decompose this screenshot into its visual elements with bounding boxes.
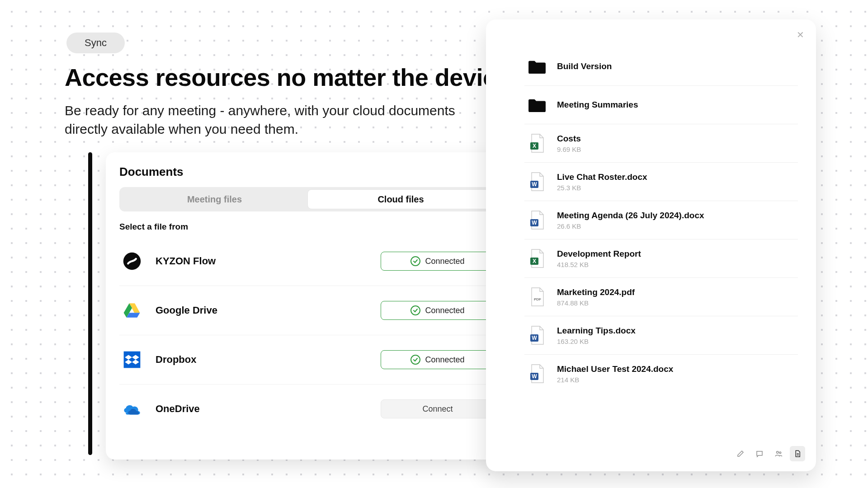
documents-title: Documents [119, 165, 496, 179]
provider-name: KYZON Flow [156, 255, 216, 267]
check-icon [410, 305, 420, 315]
check-icon [410, 256, 420, 266]
file-row[interactable]: Development Report418.52 KB [524, 239, 798, 278]
chat-icon[interactable] [752, 446, 767, 461]
file-name: Live Chat Roster.docx [557, 172, 647, 182]
edit-icon[interactable] [733, 446, 748, 461]
onedrive-icon [121, 398, 143, 420]
file-row[interactable]: Live Chat Roster.docx25.3 KB [524, 163, 798, 201]
file-name: Development Report [557, 249, 641, 259]
docx-file-icon [527, 172, 547, 192]
people-icon[interactable] [771, 446, 786, 461]
provider-name: Dropbox [156, 354, 196, 366]
tab-cloud-files[interactable]: Cloud files [307, 189, 494, 209]
file-size: 163.20 KB [557, 338, 636, 345]
file-row[interactable]: Build Version [524, 47, 798, 86]
file-name: Learning Tips.docx [557, 326, 636, 336]
file-row[interactable]: Learning Tips.docx163.20 KB [524, 316, 798, 355]
google-drive-icon [121, 300, 143, 321]
provider-name: OneDrive [156, 403, 200, 415]
svg-point-3 [779, 452, 781, 454]
provider-row-dropbox[interactable]: Dropbox Connected [119, 335, 496, 385]
provider-name: Google Drive [156, 305, 217, 316]
file-name: Costs [557, 134, 581, 144]
notch-handle [88, 152, 92, 455]
file-name: Meeting Agenda (26 July 2024).docx [557, 211, 704, 221]
documents-panel: Documents ✕ Meeting files Cloud files Se… [106, 152, 510, 460]
tab-bar: Meeting files Cloud files [119, 187, 496, 211]
svg-point-2 [777, 451, 779, 454]
sync-badge: Sync [66, 33, 125, 53]
file-name: Marketing 2024.pdf [557, 287, 635, 297]
file-size: 25.3 KB [557, 184, 647, 192]
folder-icon [527, 95, 547, 115]
status-label: Connect [422, 404, 453, 414]
select-file-label: Select a file from [119, 222, 188, 232]
docx-file-icon [527, 325, 547, 345]
file-size: 26.6 KB [557, 222, 704, 230]
page-subhead: Be ready for any meeting - anywhere, wit… [65, 102, 462, 138]
file-list-panel: ✕ Build VersionMeeting SummariesCosts9.6… [486, 19, 816, 471]
file-row[interactable]: Marketing 2024.pdf874.88 KB [524, 278, 798, 316]
provider-row-kyzon[interactable]: KYZON Flow Connected [119, 237, 496, 286]
svg-rect-1 [124, 352, 141, 368]
kyzon-icon [121, 250, 143, 272]
file-row[interactable]: Meeting Summaries [524, 86, 798, 124]
document-icon[interactable] [790, 446, 805, 461]
xlsx-file-icon [527, 249, 547, 268]
file-name: Build Version [557, 61, 612, 71]
file-size: 214 KB [557, 376, 673, 384]
docx-file-icon [527, 210, 547, 230]
file-row[interactable]: Costs9.69 KB [524, 124, 798, 163]
file-name: Michael User Test 2024.docx [557, 364, 673, 374]
file-size: 874.88 KB [557, 299, 635, 307]
status-label: Connected [425, 257, 464, 266]
pdf-file-icon [527, 287, 547, 307]
gdrive-status-button[interactable]: Connected [381, 301, 495, 320]
docx-file-icon [527, 364, 547, 384]
kyzon-status-button[interactable]: Connected [381, 252, 495, 271]
dropbox-status-button[interactable]: Connected [381, 350, 495, 369]
xlsx-file-icon [527, 133, 547, 153]
provider-row-gdrive[interactable]: Google Drive Connected [119, 286, 496, 335]
page-headline: Access resources no matter the device [65, 63, 509, 91]
file-size: 418.52 KB [557, 261, 641, 268]
folder-icon [527, 56, 547, 76]
onedrive-connect-button[interactable]: Connect [381, 399, 495, 418]
status-label: Connected [425, 306, 464, 315]
check-icon [410, 355, 420, 365]
tab-meeting-files[interactable]: Meeting files [122, 189, 307, 209]
provider-row-onedrive[interactable]: OneDrive Connect [119, 385, 496, 433]
dropbox-icon [121, 349, 143, 371]
file-row[interactable]: Meeting Agenda (26 July 2024).docx26.6 K… [524, 201, 798, 239]
file-row[interactable]: Michael User Test 2024.docx214 KB [524, 355, 798, 393]
file-size: 9.69 KB [557, 145, 581, 153]
status-label: Connected [425, 355, 464, 365]
close-icon[interactable]: ✕ [797, 29, 804, 40]
file-name: Meeting Summaries [557, 100, 638, 110]
